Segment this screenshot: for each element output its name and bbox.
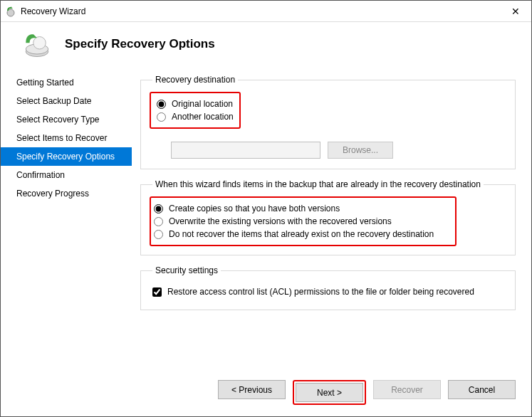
conflict-resolution-legend: When this wizard finds items in the back… bbox=[152, 179, 484, 189]
conflict-resolution-group: When this wizard finds items in the back… bbox=[140, 179, 516, 255]
wizard-icon bbox=[22, 29, 52, 59]
radio-create-copies-row[interactable]: Create copies so that you have both vers… bbox=[154, 204, 434, 213]
step-recovery-progress[interactable]: Recovery Progress bbox=[1, 184, 132, 203]
radio-skip-existing-label: Do not recover the items that already ex… bbox=[169, 229, 434, 239]
close-icon: ✕ bbox=[511, 6, 520, 17]
radio-overwrite-label: Overwrite the existing versions with the… bbox=[169, 216, 392, 226]
next-button[interactable]: Next > bbox=[296, 383, 363, 402]
next-button-highlight: Next > bbox=[293, 380, 366, 405]
checkbox-restore-acl[interactable] bbox=[152, 287, 162, 297]
checkbox-restore-acl-row[interactable]: Restore access control list (ACL) permis… bbox=[152, 287, 504, 297]
wizard-main-panel: Recovery destination Original location A… bbox=[132, 69, 531, 373]
step-specify-recovery-options[interactable]: Specify Recovery Options bbox=[1, 147, 132, 166]
wizard-steps-sidebar: Getting Started Select Backup Date Selec… bbox=[1, 69, 132, 373]
step-getting-started[interactable]: Getting Started bbox=[1, 73, 132, 92]
wizard-footer: < Previous Next > Recover Cancel bbox=[1, 373, 531, 416]
page-title: Specify Recovery Options bbox=[65, 37, 215, 51]
svg-point-3 bbox=[33, 37, 46, 50]
radio-skip-existing[interactable] bbox=[154, 230, 163, 239]
radio-create-copies-label: Create copies so that you have both vers… bbox=[169, 204, 340, 213]
radio-skip-existing-row[interactable]: Do not recover the items that already ex… bbox=[154, 229, 434, 239]
recovery-destination-legend: Recovery destination bbox=[152, 75, 238, 85]
window-title: Recovery Wizard bbox=[21, 6, 500, 16]
radio-overwrite-row[interactable]: Overwrite the existing versions with the… bbox=[154, 216, 434, 226]
browse-button: Browse... bbox=[328, 142, 393, 159]
wizard-header: Specify Recovery Options bbox=[1, 22, 531, 69]
destination-path-input bbox=[171, 142, 320, 159]
security-settings-legend: Security settings bbox=[152, 265, 221, 275]
step-select-items[interactable]: Select Items to Recover bbox=[1, 129, 132, 147]
app-icon bbox=[5, 6, 16, 17]
security-settings-group: Security settings Restore access control… bbox=[140, 265, 516, 310]
radio-another-location-row[interactable]: Another location bbox=[157, 112, 234, 122]
close-button[interactable]: ✕ bbox=[500, 1, 531, 22]
checkbox-restore-acl-label: Restore access control list (ACL) permis… bbox=[167, 287, 474, 297]
step-select-backup-date[interactable]: Select Backup Date bbox=[1, 92, 132, 110]
recovery-wizard-window: Recovery Wizard ✕ Specify Recovery Optio… bbox=[0, 0, 532, 417]
radio-another-location-label: Another location bbox=[172, 112, 234, 122]
radio-original-location[interactable] bbox=[157, 100, 166, 109]
radio-another-location[interactable] bbox=[157, 112, 166, 122]
recovery-destination-group: Recovery destination Original location A… bbox=[140, 75, 516, 169]
previous-button[interactable]: < Previous bbox=[218, 380, 286, 399]
conflict-options-highlight: Create copies so that you have both vers… bbox=[150, 196, 457, 246]
step-confirmation[interactable]: Confirmation bbox=[1, 166, 132, 184]
radio-overwrite[interactable] bbox=[154, 217, 163, 226]
titlebar: Recovery Wizard ✕ bbox=[1, 1, 531, 22]
recover-button: Recover bbox=[373, 380, 441, 399]
destination-options-highlight: Original location Another location bbox=[150, 92, 241, 129]
radio-original-location-row[interactable]: Original location bbox=[157, 99, 234, 109]
radio-create-copies[interactable] bbox=[154, 204, 163, 213]
radio-original-location-label: Original location bbox=[172, 99, 233, 109]
cancel-button[interactable]: Cancel bbox=[448, 380, 516, 399]
step-select-recovery-type[interactable]: Select Recovery Type bbox=[1, 110, 132, 129]
